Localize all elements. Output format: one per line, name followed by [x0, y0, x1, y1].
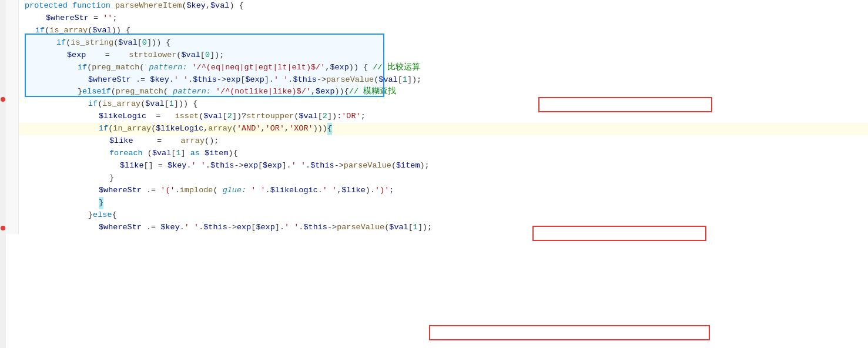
red-annotation-box-3	[429, 325, 710, 340]
line-12: $like = array ();	[0, 135, 868, 148]
line-content-13: foreach ( $val [ 1 ] as $item ){	[19, 148, 868, 160]
line-3: if ( is_array ( $val )) {	[0, 25, 868, 37]
line-15: }	[0, 172, 868, 185]
line-content-15: }	[19, 172, 868, 185]
breakpoint-dot-2	[1, 226, 5, 230]
line-content-5: $exp = strtolower ( $val [ 0 ]);	[19, 49, 868, 62]
line-content-14: $like [] = $key . ' ' . $this -> exp [ $…	[19, 160, 868, 172]
line-2: $whereStr = '' ;	[0, 12, 868, 25]
line-content-4: if ( is_string ( $val [ 0 ])) {	[19, 37, 868, 49]
keyword-function: function	[72, 0, 110, 12]
line-content-11: if ( in_array ( $likeLogic , array ( 'AN…	[19, 123, 868, 135]
line-content-1: protected function parseWhereItem ( $key…	[19, 0, 868, 12]
line-11: if ( in_array ( $likeLogic , array ( 'AN…	[0, 123, 868, 135]
line-4: if ( is_string ( $val [ 0 ])) {	[0, 37, 868, 49]
line-9: if ( is_array ( $val [ 1 ])) {	[0, 98, 868, 111]
breakpoint-dot-1	[1, 97, 5, 102]
line-content-3: if ( is_array ( $val )) {	[19, 25, 868, 37]
line-18: } else {	[0, 209, 868, 222]
line-7: $whereStr .= $key . ' ' . $this -> exp […	[0, 74, 868, 86]
line-5: $exp = strtolower ( $val [ 0 ]);	[0, 49, 868, 62]
line-content-9: if ( is_array ( $val [ 1 ])) {	[19, 98, 868, 111]
line-6: if ( preg_match ( pattern: '/^(eq|neq|gt…	[0, 62, 868, 74]
code-editor: protected function parseWhereItem ( $key…	[0, 0, 868, 348]
fn-parseWhereItem: parseWhereItem	[115, 0, 182, 12]
line-1: protected function parseWhereItem ( $key…	[0, 0, 868, 12]
line-content-10: $likeLogic = isset ( $val [ 2 ])? strtou…	[19, 111, 868, 123]
line-content-8: } elseif ( preg_match ( pattern: '/^(not…	[19, 86, 868, 98]
line-17: }	[0, 197, 868, 209]
line-content-18: } else {	[19, 209, 868, 222]
line-content-16: $whereStr .= '(' . implode ( glue: ' ' .…	[19, 185, 868, 197]
line-10: $likeLogic = isset ( $val [ 2 ])? strtou…	[0, 111, 868, 123]
line-8: } elseif ( preg_match ( pattern: '/^(not…	[0, 86, 868, 98]
line-content-7: $whereStr .= $key . ' ' . $this -> exp […	[19, 74, 868, 86]
line-content-19: $whereStr .= $key . ' ' . $this -> exp […	[19, 222, 868, 234]
line-16: $whereStr .= '(' . implode ( glue: ' ' .…	[0, 185, 868, 197]
keyword-protected: protected	[25, 0, 68, 12]
left-sidebar	[0, 0, 6, 348]
line-content-12: $like = array ();	[19, 135, 868, 148]
line-19: $whereStr .= $key . ' ' . $this -> exp […	[0, 222, 868, 234]
line-content-6: if ( preg_match ( pattern: '/^(eq|neq|gt…	[19, 62, 868, 74]
line-13: foreach ( $val [ 1 ] as $item ){	[0, 148, 868, 160]
line-content-17: }	[19, 197, 868, 209]
line-content-2: $whereStr = '' ;	[19, 12, 868, 25]
line-14: $like [] = $key . ' ' . $this -> exp [ $…	[0, 160, 868, 172]
